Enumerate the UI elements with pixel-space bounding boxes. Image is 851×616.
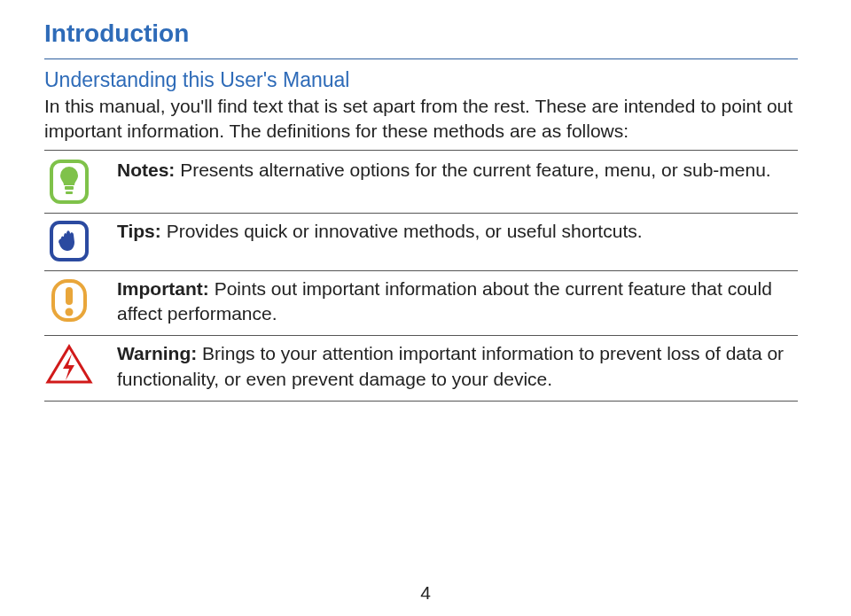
exclaim-icon: [44, 277, 94, 323]
lightning-triangle-icon: [44, 341, 94, 386]
warning-label: Warning:: [117, 343, 197, 363]
important-label: Important:: [117, 278, 209, 299]
tips-text: Tips: Provides quick or innovative metho…: [117, 219, 798, 244]
page-number: 4: [0, 582, 851, 604]
notes-text: Notes: Presents alternative options for …: [117, 158, 798, 183]
warning-body: Brings to your attention important infor…: [117, 343, 784, 388]
section-subheading: Understanding this User's Manual: [44, 68, 798, 92]
row-notes: Notes: Presents alternative options for …: [44, 150, 798, 214]
svg-point-6: [66, 308, 74, 316]
manual-page: Introduction Understanding this User's M…: [0, 0, 851, 616]
intro-paragraph: In this manual, you'll find text that is…: [44, 94, 798, 144]
row-important: Important: Points out important informat…: [44, 271, 798, 337]
row-warning: Warning: Brings to your attention import…: [44, 336, 798, 402]
row-tips: Tips: Provides quick or innovative metho…: [44, 214, 798, 271]
notes-label: Notes:: [117, 160, 175, 180]
svg-rect-2: [66, 191, 73, 194]
important-body: Points out important information about t…: [117, 278, 772, 324]
definitions-table: Notes: Presents alternative options for …: [44, 150, 798, 402]
lightbulb-icon: [44, 158, 94, 204]
warning-text: Warning: Brings to your attention import…: [117, 341, 798, 392]
tips-body: Provides quick or innovative methods, or…: [161, 221, 643, 241]
important-text: Important: Points out important informat…: [117, 277, 798, 327]
svg-rect-1: [65, 186, 74, 190]
section-heading: Introduction: [44, 19, 798, 48]
tips-label: Tips:: [117, 221, 161, 241]
hand-icon: [44, 219, 94, 261]
heading-divider: [44, 58, 798, 59]
svg-marker-7: [48, 347, 90, 382]
svg-rect-5: [66, 287, 73, 305]
notes-body: Presents alternative options for the cur…: [175, 160, 770, 180]
